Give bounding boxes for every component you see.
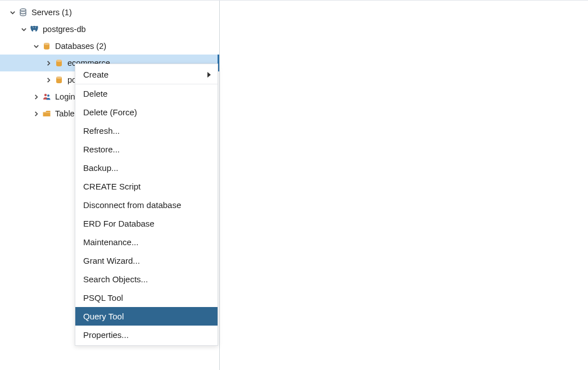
svg-point-1 xyxy=(20,12,26,14)
menu-item-label: Delete (Force) xyxy=(83,107,137,117)
chevron-right-icon[interactable] xyxy=(44,75,53,84)
menu-item-query-tool[interactable]: Query Tool xyxy=(75,307,218,326)
svg-point-7 xyxy=(56,60,62,62)
database-group-icon xyxy=(42,41,52,51)
menu-item-properties[interactable]: Properties... xyxy=(75,326,218,344)
postgres-elephant-icon xyxy=(29,24,39,34)
menu-item-label: PSQL Tool xyxy=(83,293,123,303)
menu-item-label: Refresh... xyxy=(83,126,120,136)
menu-item-label: Backup... xyxy=(83,163,119,173)
menu-item-delete-force[interactable]: Delete (Force) xyxy=(75,103,218,121)
menu-item-create-script[interactable]: CREATE Script xyxy=(75,177,218,196)
chevron-right-icon[interactable] xyxy=(31,109,40,118)
menu-item-create[interactable]: Create xyxy=(75,65,218,84)
menu-item-label: Grant Wizard... xyxy=(83,256,140,265)
chevron-right-icon[interactable] xyxy=(31,92,40,101)
menu-item-label: Delete xyxy=(83,89,107,98)
context-menu: Create Delete Delete (Force) Refresh... … xyxy=(75,64,218,346)
tree-node-label: Servers (1) xyxy=(31,8,72,17)
svg-point-9 xyxy=(56,76,62,79)
main-panel xyxy=(220,1,588,370)
svg-point-11 xyxy=(47,94,49,97)
menu-item-delete[interactable]: Delete xyxy=(75,84,218,103)
chevron-down-icon[interactable] xyxy=(19,25,28,34)
menu-item-label: Query Tool xyxy=(83,312,124,321)
database-icon xyxy=(54,58,64,68)
menu-item-label: Search Objects... xyxy=(83,274,148,284)
svg-point-2 xyxy=(33,28,33,28)
tablespace-icon xyxy=(42,109,52,119)
menu-item-search-objects[interactable]: Search Objects... xyxy=(75,270,218,288)
menu-item-label: Maintenance... xyxy=(83,237,138,247)
menu-item-label: Disconnect from database xyxy=(83,200,181,210)
menu-item-label: ERD For Database xyxy=(83,219,155,228)
tree-node-label: postgres-db xyxy=(43,25,86,34)
svg-point-10 xyxy=(44,94,47,96)
login-roles-icon xyxy=(42,92,52,102)
svg-point-0 xyxy=(20,9,26,11)
menu-item-label: Restore... xyxy=(83,145,120,154)
menu-item-label: Properties... xyxy=(83,330,129,340)
tree-node-server[interactable]: postgres-db xyxy=(0,21,219,38)
menu-item-psql-tool[interactable]: PSQL Tool xyxy=(75,288,218,307)
menu-item-backup[interactable]: Backup... xyxy=(75,159,218,177)
menu-item-label: Create xyxy=(83,70,108,79)
svg-point-3 xyxy=(35,28,35,28)
app-layout: Servers (1) postgres-db xyxy=(0,0,588,370)
svg-point-5 xyxy=(44,43,49,45)
tree-node-servers[interactable]: Servers (1) xyxy=(0,4,219,21)
menu-item-disconnect[interactable]: Disconnect from database xyxy=(75,196,218,214)
chevron-down-icon[interactable] xyxy=(8,8,17,17)
server-group-icon xyxy=(18,7,28,17)
menu-item-label: CREATE Script xyxy=(83,182,141,191)
chevron-right-icon[interactable] xyxy=(44,58,53,67)
menu-item-refresh[interactable]: Refresh... xyxy=(75,121,218,140)
menu-item-erd[interactable]: ERD For Database xyxy=(75,214,218,233)
database-icon xyxy=(54,75,64,85)
tree-node-label: Databases (2) xyxy=(55,42,106,51)
object-browser-sidebar: Servers (1) postgres-db xyxy=(0,1,220,370)
menu-item-grant-wizard[interactable]: Grant Wizard... xyxy=(75,251,218,270)
chevron-down-icon[interactable] xyxy=(31,42,40,51)
tree-node-databases[interactable]: Databases (2) xyxy=(0,38,219,55)
menu-item-maintenance[interactable]: Maintenance... xyxy=(75,233,218,251)
svg-rect-12 xyxy=(43,112,51,113)
menu-item-restore[interactable]: Restore... xyxy=(75,140,218,159)
